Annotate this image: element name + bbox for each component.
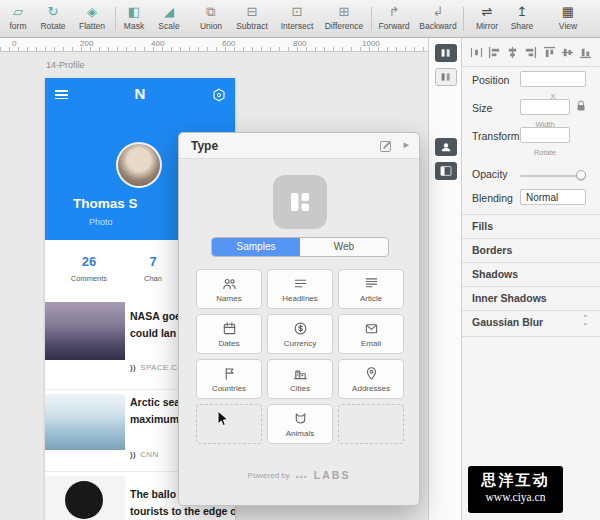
transform-rotate-input[interactable] — [520, 127, 570, 143]
popup-title: Type — [191, 139, 218, 153]
toolbar-label: Difference — [320, 21, 368, 31]
difference-icon: ⊞ — [320, 4, 368, 20]
app-logo: N — [45, 85, 235, 102]
ruler-label: 1000 — [362, 39, 380, 48]
settings-hexagon-icon[interactable] — [212, 88, 226, 102]
artboard-title[interactable]: 14-Profile — [46, 60, 85, 70]
flatten-icon: ◈ — [72, 4, 112, 20]
disclosure-arrow-icon[interactable]: ▸ — [403, 138, 409, 151]
feed-thumbnail[interactable] — [45, 476, 125, 520]
craft-type-popup: Type ▸ Samples Web Names — [178, 132, 420, 506]
toolbar-button-union[interactable]: ⧉Union — [194, 4, 228, 31]
toolbar-button-intersect[interactable]: ⊡Intersect — [276, 4, 318, 31]
toolbar-button-share[interactable]: ↥Share — [506, 4, 538, 31]
blending-select[interactable]: Normal — [520, 189, 586, 205]
feed-headline: Arctic sea maximum — [130, 394, 180, 428]
opacity-slider-knob[interactable] — [576, 170, 586, 180]
toolbar-button-difference[interactable]: ⊞Difference — [320, 4, 368, 31]
toolbar-button-rotate[interactable]: ↻Rotate — [36, 4, 70, 31]
blending-label: Blending — [472, 192, 513, 204]
divider — [462, 262, 600, 263]
distribute-horizontal-icon[interactable] — [470, 46, 483, 59]
subtract-icon: ⊟ — [230, 4, 274, 20]
toolbar-button-transform[interactable]: ▱form — [2, 4, 34, 31]
section-fills[interactable]: Fills — [472, 220, 493, 232]
size-width-input[interactable] — [520, 99, 570, 115]
craft-photos-icon[interactable] — [435, 138, 457, 156]
union-icon: ⧉ — [194, 4, 228, 20]
toolbar-label: Union — [194, 21, 228, 31]
position-x-input[interactable] — [520, 71, 586, 87]
align-middle-vertical-icon[interactable] — [561, 46, 574, 59]
forward-icon: ↱ — [374, 4, 414, 20]
toolbar-button-mirror[interactable]: ⇌Mirror — [470, 4, 504, 31]
section-inner-shadows[interactable]: Inner Shadows — [472, 292, 547, 304]
popup-header[interactable]: Type ▸ — [179, 133, 419, 159]
popup-footer: Powered by ▴▴▴ LABS — [179, 469, 419, 481]
stat-label: Chan — [125, 274, 181, 283]
toolbar-label: Subtract — [230, 21, 274, 31]
source-name: SPACE.C — [140, 363, 177, 372]
tab-web[interactable]: Web — [300, 238, 388, 256]
tile-article[interactable]: Article — [338, 269, 404, 309]
blur-stepper[interactable]: ⌃ ⌄ — [582, 315, 588, 325]
toolbar-button-scale[interactable]: ◢Scale — [152, 4, 186, 31]
align-bottom-icon[interactable] — [579, 46, 592, 59]
mask-icon: ◧ — [118, 4, 150, 20]
scale-icon: ◢ — [152, 4, 186, 20]
align-left-icon[interactable] — [488, 46, 501, 59]
craft-columns-icon[interactable] — [435, 68, 457, 86]
section-gaussian-blur[interactable]: Gaussian Blur — [472, 316, 543, 328]
tile-countries[interactable]: Countries — [196, 359, 262, 399]
labs-brand-text: LABS — [314, 469, 351, 481]
ruler-label: 400 — [151, 39, 164, 48]
toolbar-label: Flatten — [72, 21, 112, 31]
lock-icon[interactable] — [576, 100, 586, 112]
tile-label: Countries — [212, 384, 246, 393]
toolbar-label: Mirror — [470, 21, 504, 31]
tile-label: Cities — [290, 384, 310, 393]
rotate-icon: ↻ — [36, 4, 70, 20]
align-center-horizontal-icon[interactable] — [506, 46, 519, 59]
flag-icon — [222, 366, 237, 381]
tab-samples[interactable]: Samples — [212, 238, 300, 256]
tile-animals[interactable]: Animals — [267, 404, 333, 444]
stat-comments[interactable]: 26 Comments — [61, 254, 117, 283]
profile-name: Thomas S — [73, 196, 138, 211]
toolbar-button-backward[interactable]: ↲Backward — [416, 4, 460, 31]
toolbar-label: Forward — [374, 21, 414, 31]
edit-icon[interactable] — [379, 139, 393, 153]
ruler-label: 200 — [80, 39, 93, 48]
align-top-icon[interactable] — [543, 46, 556, 59]
tile-email[interactable]: Email — [338, 314, 404, 354]
stat-channels[interactable]: 7 Chan — [125, 254, 181, 283]
avatar[interactable] — [116, 142, 162, 188]
tile-cities[interactable]: Cities — [267, 359, 333, 399]
stepper-down-icon[interactable]: ⌄ — [582, 320, 588, 325]
tile-headlines[interactable]: Headlines — [267, 269, 333, 309]
source-name: CNN — [140, 450, 159, 459]
tile-label: Article — [360, 294, 382, 303]
headline-line: could lan — [130, 325, 181, 342]
section-shadows[interactable]: Shadows — [472, 268, 518, 280]
tile-dates[interactable]: Dates — [196, 314, 262, 354]
align-right-icon[interactable] — [524, 46, 537, 59]
feed-thumbnail[interactable] — [45, 302, 125, 360]
toolbar-button-mask[interactable]: ◧Mask — [118, 4, 150, 31]
watermark: 思洋互动 www.ciya.cn — [468, 466, 563, 513]
section-borders[interactable]: Borders — [472, 244, 512, 256]
headline-line: NASA goe — [130, 308, 181, 325]
feed-thumbnail[interactable] — [45, 394, 125, 450]
calendar-icon — [222, 321, 237, 336]
tile-addresses[interactable]: Addresses — [338, 359, 404, 399]
craft-type-icon[interactable] — [435, 162, 457, 180]
tile-currency[interactable]: Currency — [267, 314, 333, 354]
toolbar-button-subtract[interactable]: ⊟Subtract — [230, 4, 274, 31]
ruler-label: 800 — [293, 39, 306, 48]
toolbar-button-view[interactable]: ▦View — [548, 4, 588, 31]
tile-names[interactable]: Names — [196, 269, 262, 309]
craft-duplicate-icon[interactable] — [435, 44, 457, 62]
toolbar-button-flatten[interactable]: ◈Flatten — [72, 4, 112, 31]
toolbar-button-forward[interactable]: ↱Forward — [374, 4, 414, 31]
stat-value: 7 — [125, 254, 181, 269]
